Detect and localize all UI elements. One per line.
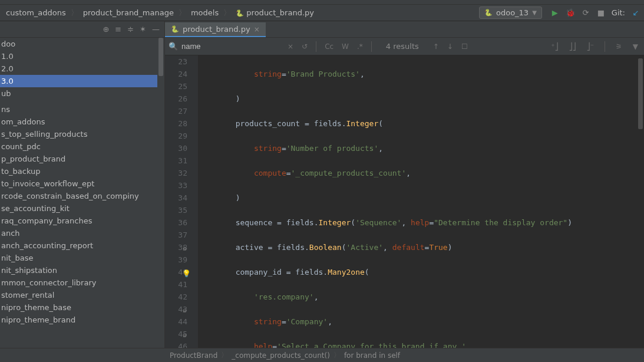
- structure-breadcrumb: ProductBrand 〉 _compute_products_count()…: [0, 348, 644, 362]
- tree-item[interactable]: s_top_selling_products: [0, 128, 164, 140]
- tree-item[interactable]: ub: [0, 87, 164, 100]
- gutter-line: 31: [165, 154, 187, 167]
- tree-item[interactable]: anch_accounting_report: [0, 239, 164, 252]
- coverage-icon[interactable]: ⟳: [581, 8, 590, 18]
- main-layout: ⊕ ≡ ≑ ✶ — doo1.02.03.0ubnsom_addonss_top…: [0, 21, 644, 348]
- file-tree[interactable]: doo1.02.03.0ubnsom_addonss_top_selling_p…: [0, 38, 164, 348]
- tree-item[interactable]: anch: [0, 227, 164, 239]
- tree-item[interactable]: raq_company_branches: [0, 215, 164, 227]
- navbar: custom_addons 〉 product_brand_manage 〉 m…: [0, 5, 644, 21]
- git-update-icon[interactable]: ↙: [631, 8, 640, 18]
- filter-button[interactable]: ⚞: [613, 41, 625, 52]
- tree-item[interactable]: to_backup: [0, 165, 164, 177]
- tree-item[interactable]: to_invoice_workflow_ept: [0, 177, 164, 190]
- bcrumb-1[interactable]: ProductBrand: [170, 351, 217, 360]
- search-icon: 🔍: [169, 42, 178, 51]
- editor-tab[interactable]: 🐍 product_brand.py ×: [165, 22, 266, 37]
- nav-actions: ▶ 🐞 ⟳ ■ Git: ↙: [550, 8, 640, 18]
- editor-scrollbar[interactable]: [637, 55, 644, 348]
- tree-item[interactable]: 2.0: [0, 62, 164, 75]
- editor-scroll-thumb[interactable]: [638, 58, 643, 129]
- regex-button[interactable]: .*: [355, 41, 365, 52]
- menubar: [0, 0, 644, 5]
- run-icon[interactable]: ▶: [550, 8, 560, 18]
- gutter-line: 37: [165, 229, 187, 241]
- select-occurrences-icon[interactable]: ⎦⎦: [567, 41, 579, 52]
- tree-item[interactable]: mmon_connector_library: [0, 277, 164, 289]
- tree-item[interactable]: p_product_brand: [0, 153, 164, 165]
- tree-item[interactable]: nipro_theme_brand: [0, 314, 164, 326]
- python-icon: 🐍: [484, 9, 493, 17]
- run-config-selector[interactable]: 🐍 odoo_13 ▼: [479, 6, 542, 19]
- tree-item[interactable]: stomer_rental: [0, 289, 164, 301]
- tree-item[interactable]: om_addons: [0, 116, 164, 128]
- crumb-sep: 〉: [179, 8, 186, 18]
- gutter-line: 45⊟: [165, 328, 187, 340]
- find-bar: 🔍 × ↺ Cc W .* 4 results ↑ ↓ ☐ ⁺⎦ ⎦⎦ ⎦⁻ ⚞…: [165, 38, 644, 55]
- tree-item[interactable]: 1.0: [0, 50, 164, 62]
- code-editor[interactable]: 23 24 25 26 27 28 29 30 31 32 33 34 35 3…: [165, 55, 644, 348]
- crumb-3[interactable]: models: [189, 7, 221, 18]
- tree-item[interactable]: nit_shipstation: [0, 264, 164, 277]
- code-body[interactable]: string='Brand Products', ) products_coun…: [198, 55, 644, 348]
- remove-selection-icon[interactable]: ⎦⁻: [584, 41, 596, 52]
- gutter-line: 28: [165, 117, 187, 130]
- gutter-line: 43⊟: [165, 303, 187, 315]
- gutter-line: 32: [165, 167, 187, 179]
- gutter-line: 34: [165, 192, 187, 204]
- gutter[interactable]: 23 24 25 26 27 28 29 30 31 32 33 34 35 3…: [165, 55, 198, 348]
- gutter-line: 33: [165, 179, 187, 192]
- tree-scrollbar[interactable]: [157, 38, 164, 348]
- crumb-2[interactable]: product_brand_manage: [81, 7, 176, 18]
- expand-icon[interactable]: ≡: [115, 25, 121, 34]
- editor-area: 🐍 product_brand.py × 🔍 × ↺ Cc W .* 4 res…: [165, 21, 644, 348]
- bcrumb-3[interactable]: for brand in self: [344, 351, 400, 360]
- select-all-icon[interactable]: ☐: [459, 41, 470, 52]
- gutter-line: 27: [165, 105, 187, 117]
- tree-item[interactable]: nipro_theme_base: [0, 301, 164, 314]
- close-icon[interactable]: ×: [254, 25, 260, 34]
- add-selection-icon[interactable]: ⁺⎦: [549, 41, 560, 52]
- funnel-icon[interactable]: ▼: [630, 41, 640, 52]
- clear-search-icon[interactable]: ×: [285, 41, 296, 52]
- gutter-line: 29: [165, 130, 187, 142]
- gutter-line: 26: [165, 93, 187, 105]
- tree-item[interactable]: ns: [0, 103, 164, 116]
- words-button[interactable]: W: [339, 41, 351, 52]
- match-case-button[interactable]: Cc: [322, 41, 336, 52]
- settings-icon[interactable]: ✶: [140, 25, 146, 34]
- tree-item[interactable]: se_accounting_kit: [0, 202, 164, 215]
- locate-icon[interactable]: ⊕: [103, 25, 109, 34]
- tree-item[interactable]: nit_base: [0, 252, 164, 264]
- next-match-icon[interactable]: ↓: [445, 41, 455, 52]
- crumb-1[interactable]: custom_addons: [4, 7, 68, 18]
- collapse-icon[interactable]: ≑: [127, 25, 134, 34]
- bcrumb-2[interactable]: _compute_products_count(): [232, 351, 330, 360]
- gutter-line: 23: [165, 55, 187, 68]
- prev-match-icon[interactable]: ↑: [431, 41, 441, 52]
- git-label[interactable]: Git:: [612, 8, 625, 18]
- bcrumb-sep: 〉: [333, 350, 341, 360]
- crumb-4[interactable]: 🐍 product_brand.py: [233, 7, 316, 18]
- gutter-line: 41: [165, 278, 187, 291]
- stop-icon[interactable]: ■: [596, 8, 606, 18]
- gutter-line: 35: [165, 204, 187, 216]
- debug-icon[interactable]: 🐞: [566, 8, 575, 18]
- tab-label: product_brand.py: [183, 25, 250, 34]
- tree-item[interactable]: count_pdc: [0, 140, 164, 153]
- hide-icon[interactable]: —: [152, 25, 160, 34]
- gutter-line: 46: [165, 340, 187, 348]
- gutter-line: 24: [165, 68, 187, 80]
- history-icon[interactable]: ↺: [299, 41, 310, 52]
- tree-item[interactable]: 3.0: [0, 75, 164, 87]
- gutter-line: 42: [165, 291, 187, 303]
- tree-item[interactable]: rcode_constrain_based_on_compiny: [0, 190, 164, 202]
- bcrumb-sep: 〉: [221, 350, 228, 360]
- project-panel: ⊕ ≡ ≑ ✶ — doo1.02.03.0ubnsom_addonss_top…: [0, 21, 165, 348]
- gutter-line: 39: [165, 254, 187, 266]
- tree-item[interactable]: doo: [0, 38, 164, 50]
- gutter-line: 40💡: [165, 266, 187, 278]
- gutter-line: 30: [165, 142, 187, 154]
- search-input[interactable]: [181, 42, 282, 51]
- tree-scroll-thumb[interactable]: [158, 38, 163, 76]
